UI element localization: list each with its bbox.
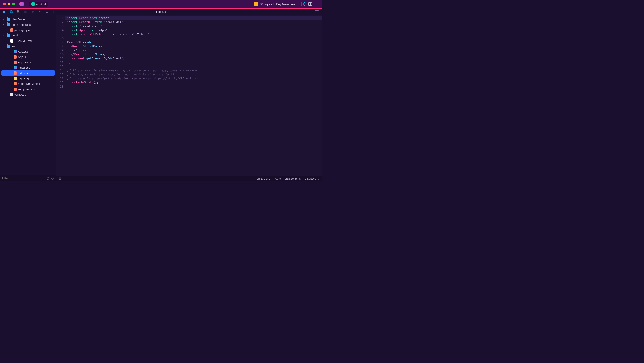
file-icon xyxy=(14,50,16,53)
file-row[interactable]: yarn.lock xyxy=(0,92,56,97)
globe-icon[interactable]: 🌐 xyxy=(10,10,13,14)
file-icon xyxy=(14,77,16,80)
toolbar: 🌐 🔍 ☰ ✲ ✦ ☁ ⊞ index.js xyxy=(0,9,322,15)
folder-row[interactable]: ›node_modules xyxy=(0,22,56,27)
project-tab[interactable]: cra-test xyxy=(29,2,48,7)
language-selector[interactable]: JavaScript xyxy=(285,177,301,180)
file-icon xyxy=(10,93,13,96)
line-gutter: 123456789101112131415161718 xyxy=(56,15,65,176)
preview-icon[interactable] xyxy=(301,2,306,6)
file-tree: ›NewFolder›node_modulespackage.json›publ… xyxy=(0,15,56,175)
chevron-right-icon[interactable]: › xyxy=(3,18,5,21)
titlebar: cra-test ! 30 days left. Buy Nova now. + xyxy=(0,0,322,8)
item-label: logo.svg xyxy=(18,77,28,80)
file-icon xyxy=(10,39,13,43)
file-icon xyxy=(14,61,16,64)
item-label: node_modules xyxy=(12,23,31,27)
chevron-right-icon[interactable]: › xyxy=(3,24,5,26)
file-row[interactable]: package.json xyxy=(0,27,56,33)
file-row[interactable]: README.md xyxy=(0,38,56,44)
changes-indicator[interactable]: +0, -0 xyxy=(274,177,281,180)
clock-icon[interactable]: ◷ xyxy=(47,177,50,180)
file-icon xyxy=(10,29,13,32)
item-label: NewFolder xyxy=(12,18,26,21)
file-row[interactable]: App.test.js xyxy=(0,60,56,65)
split-editor-icon[interactable] xyxy=(315,10,319,14)
folder-row[interactable]: ›NewFolder xyxy=(0,17,56,22)
file-icon xyxy=(14,88,16,91)
item-label: README.md xyxy=(14,39,32,43)
sidebar: ›NewFolder›node_modulespackage.json›publ… xyxy=(0,15,56,182)
item-label: src xyxy=(12,45,16,48)
item-label: index.css xyxy=(18,66,30,69)
project-folder-icon xyxy=(31,3,35,6)
panel-toggle-icon[interactable] xyxy=(308,3,312,6)
grid-icon[interactable]: ⊞ xyxy=(52,10,56,14)
file-row[interactable]: index.css xyxy=(0,65,56,70)
file-icon xyxy=(14,55,16,59)
sparkle-icon[interactable]: ✦ xyxy=(38,10,42,14)
warning-icon: ! xyxy=(254,2,258,6)
folder-row[interactable]: ›public xyxy=(0,33,56,38)
file-icon xyxy=(14,82,16,86)
chevron-right-icon[interactable]: › xyxy=(3,34,5,37)
item-label: index.js xyxy=(18,71,28,75)
item-label: App.css xyxy=(18,50,28,53)
add-icon[interactable]: + xyxy=(315,2,319,6)
snowflake-icon[interactable]: ✲ xyxy=(31,10,34,14)
app-logo-icon xyxy=(19,2,24,7)
item-label: package.json xyxy=(14,29,32,32)
file-icon xyxy=(14,66,16,69)
file-row[interactable]: reportWebVitals.js xyxy=(0,81,56,86)
hexagon-icon[interactable]: ⬡ xyxy=(51,177,54,180)
folder-icon xyxy=(7,45,10,48)
folder-icon xyxy=(7,18,10,21)
editor: 123456789101112131415161718 import React… xyxy=(56,15,322,182)
file-row[interactable]: App.css xyxy=(0,49,56,54)
item-label: public xyxy=(12,34,19,37)
status-bar: ☰ Ln 1, Col 1 +0, -0 JavaScript 2 Spaces xyxy=(56,176,322,182)
folder-icon xyxy=(7,34,10,37)
chevron-down-icon[interactable]: ⌄ xyxy=(3,45,5,48)
file-row[interactable]: index.js xyxy=(1,70,55,76)
minimize-window-button[interactable] xyxy=(8,3,10,5)
item-label: setupTests.js xyxy=(18,88,35,91)
code-area[interactable]: 123456789101112131415161718 import React… xyxy=(56,15,322,176)
filter-input[interactable] xyxy=(2,177,45,180)
folder-row[interactable]: ⌄src xyxy=(0,44,56,49)
item-label: yarn.lock xyxy=(14,93,26,96)
file-icon xyxy=(14,71,16,75)
outline-icon[interactable]: ☰ xyxy=(59,177,62,180)
file-row[interactable]: logo.svg xyxy=(0,76,56,81)
file-row[interactable]: setupTests.js xyxy=(0,86,56,92)
active-file-tab[interactable]: index.js xyxy=(156,10,166,14)
sidebar-footer: ◷ ⬡ xyxy=(0,175,56,182)
folder-icon xyxy=(7,23,10,26)
project-name: cra-test xyxy=(36,3,46,6)
file-row[interactable]: App.js xyxy=(0,54,56,60)
files-icon[interactable] xyxy=(2,10,6,14)
search-icon[interactable]: 🔍 xyxy=(16,10,20,14)
cloud-icon[interactable]: ☁ xyxy=(45,10,49,14)
indent-selector[interactable]: 2 Spaces xyxy=(305,177,319,180)
window-controls xyxy=(3,3,15,5)
trial-notice[interactable]: ! 30 days left. Buy Nova now. xyxy=(254,2,296,6)
cursor-position[interactable]: Ln 1, Col 1 xyxy=(257,177,270,180)
filter-lines-icon[interactable]: ☰ xyxy=(24,10,27,14)
item-label: App.test.js xyxy=(18,61,32,64)
close-window-button[interactable] xyxy=(3,3,6,5)
zoom-window-button[interactable] xyxy=(12,3,15,5)
item-label: reportWebVitals.js xyxy=(18,82,41,86)
code-content[interactable]: import React from 'react';import ReactDO… xyxy=(65,15,322,176)
item-label: App.js xyxy=(18,55,26,59)
trial-text: 30 days left. Buy Nova now. xyxy=(260,3,296,6)
